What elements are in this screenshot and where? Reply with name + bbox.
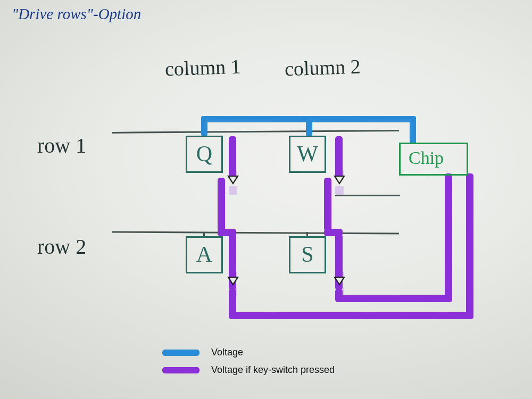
legend-swatch-voltage-pressed bbox=[162, 367, 200, 373]
key-s: S bbox=[289, 236, 326, 273]
column-2-voltage-line bbox=[324, 178, 331, 231]
legend: Voltage Voltage if key-switch pressed bbox=[162, 347, 335, 382]
column-1-voltage-line bbox=[466, 173, 473, 319]
key-w: W bbox=[289, 136, 326, 173]
diode-arrow-icon bbox=[227, 176, 239, 185]
diode-arrow-icon bbox=[334, 176, 345, 185]
diode-pad bbox=[335, 186, 344, 195]
key-a: A bbox=[186, 236, 223, 273]
legend-label-voltage: Voltage bbox=[211, 347, 243, 358]
diagram-title: "Drive rows"-Option bbox=[12, 5, 141, 23]
diode-arrow-icon bbox=[227, 277, 239, 286]
legend-label-voltage-pressed: Voltage if key-switch pressed bbox=[211, 364, 335, 376]
diode-arrow-icon bbox=[334, 277, 345, 286]
column-2-voltage-line bbox=[335, 295, 452, 302]
column-1-voltage-line bbox=[218, 178, 225, 231]
row-2-wire bbox=[112, 231, 399, 235]
row-1-drive-voltage-line bbox=[306, 116, 312, 136]
row-1-label: row 1 bbox=[37, 133, 86, 158]
diode-pad bbox=[229, 186, 237, 195]
chip-label: Chip bbox=[409, 148, 444, 168]
column-2-voltage-line bbox=[445, 173, 452, 302]
row-1-drive-voltage-line bbox=[410, 116, 416, 144]
row-1-drive-voltage-line bbox=[201, 116, 207, 136]
column-1-voltage-line bbox=[229, 136, 236, 178]
row-2-label: row 2 bbox=[37, 234, 86, 259]
legend-swatch-voltage bbox=[162, 350, 200, 356]
diagram-stage: { "title": "\"Drive rows\"-Option", "col… bbox=[0, 0, 532, 399]
legend-row-voltage: Voltage bbox=[162, 347, 335, 358]
column-2-label: column 2 bbox=[284, 55, 361, 81]
row-to-chip-wire bbox=[335, 195, 400, 196]
legend-row-voltage-pressed: Voltage if key-switch pressed bbox=[162, 364, 335, 376]
row-1-wire bbox=[112, 130, 399, 134]
column-2-voltage-line bbox=[335, 136, 343, 178]
column-1-voltage-line bbox=[229, 312, 473, 319]
column-1-label: column 1 bbox=[164, 55, 241, 81]
key-q: Q bbox=[186, 136, 223, 173]
